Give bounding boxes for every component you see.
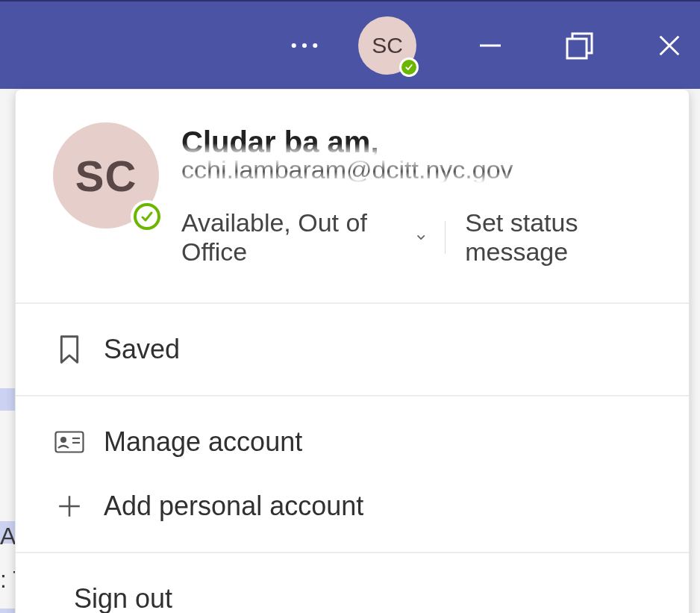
minimize-button[interactable] [473,28,507,63]
menu-label: Manage account [104,426,302,458]
chevron-down-icon [416,232,425,243]
status-selector[interactable]: Available, Out of Office [181,208,425,267]
divider [445,221,446,254]
svg-point-2 [313,43,317,47]
sign-out-menu-item[interactable]: Sign out [16,567,689,613]
manage-account-menu-item[interactable]: Manage account [16,410,689,474]
svg-point-9 [60,437,66,443]
add-personal-account-menu-item[interactable]: Add personal account [16,474,689,538]
id-card-icon [54,427,84,457]
profile-avatar-large: SC [53,122,159,228]
avatar-initials: SC [372,33,403,58]
profile-header: SC Cludar ba am, cchi.lambaram@dcitt.nyc… [16,90,689,302]
profile-avatar-button[interactable]: SC [358,16,416,75]
menu-label: Saved [104,334,180,365]
window-controls [473,28,687,63]
status-label: Available, Out of Office [181,208,409,267]
maximize-button[interactable] [563,28,597,63]
presence-available-icon [399,57,419,77]
saved-menu-item[interactable]: Saved [16,317,689,382]
menu-label: Add personal account [104,491,363,522]
svg-point-0 [292,43,296,47]
titlebar: SC [0,0,700,89]
set-status-message-button[interactable]: Set status message [465,208,662,267]
svg-rect-5 [567,39,587,58]
bookmark-icon [54,334,84,364]
profile-menu: SC Cludar ba am, cchi.lambaram@dcitt.nyc… [15,89,690,613]
menu-label: Sign out [74,583,172,613]
presence-available-oof-icon [131,200,163,233]
profile-name: Cludar ba am, [181,127,662,157]
close-button[interactable] [652,28,687,63]
plus-icon [54,491,84,521]
avatar-initials-large: SC [75,151,137,201]
svg-point-1 [302,43,307,47]
profile-email: cchi.lambaram@dcitt.nyc.gov [181,155,662,184]
more-button[interactable] [285,26,324,65]
